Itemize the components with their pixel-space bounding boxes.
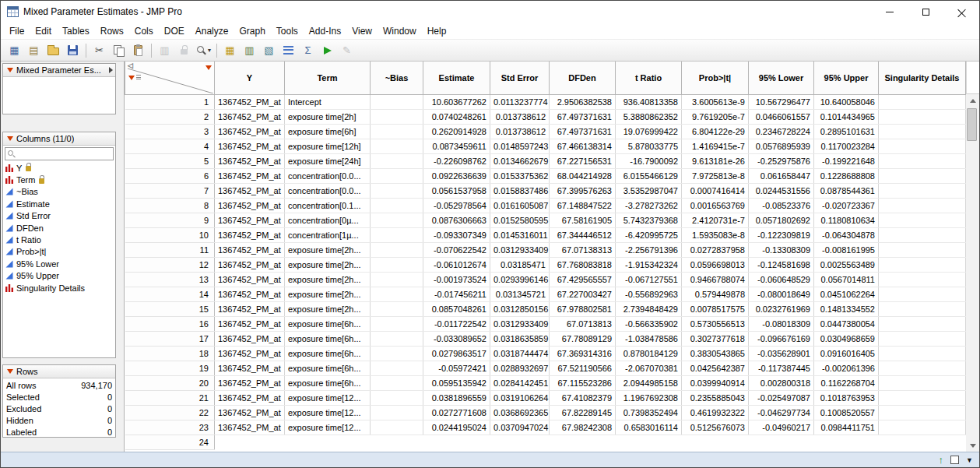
cell[interactable]: exposure time[6h... [285, 316, 371, 331]
cell[interactable]: 0.0878544361 [814, 183, 879, 198]
cell[interactable]: 67.497371631 [550, 124, 616, 139]
column-header-prob-t[interactable]: Prob>|t| [682, 62, 749, 94]
cell[interactable]: exposure time[6h... [285, 331, 371, 346]
data-table-icon[interactable]: ▦ [221, 41, 239, 59]
row-number[interactable]: 7 [125, 183, 215, 198]
cell[interactable]: -0.566335902 [616, 316, 682, 331]
cell[interactable] [879, 242, 966, 257]
paste-icon[interactable] [129, 41, 147, 59]
cell[interactable]: 1367452_PM_at [215, 287, 285, 301]
cell[interactable]: -0.096676169 [749, 331, 814, 346]
cell[interactable] [879, 153, 966, 168]
menu-view[interactable]: View [346, 23, 378, 39]
minimize-button[interactable] [872, 1, 908, 23]
row-number[interactable]: 22 [125, 405, 215, 420]
column-item-t-ratio[interactable]: t Ratio [3, 234, 115, 245]
column-item-bias[interactable]: ~Bias [3, 186, 115, 198]
cell[interactable]: 0.0145316011 [490, 227, 550, 242]
cell[interactable]: 67.58161905 [550, 213, 616, 227]
cell[interactable]: -0.064304878 [814, 227, 879, 242]
cell[interactable]: 1367452_PM_at [215, 361, 285, 375]
cell[interactable]: -0.070622542 [423, 242, 490, 257]
cell[interactable]: 67.82289145 [550, 405, 616, 420]
menu-analyze[interactable]: Analyze [190, 23, 234, 39]
cell[interactable]: 67.978802581 [550, 301, 616, 316]
cell[interactable]: -0.05972421 [423, 361, 490, 375]
scroll-to-top-icon[interactable]: ↑ [939, 455, 944, 465]
column-item-std-error[interactable]: Std Error [3, 210, 115, 222]
cell[interactable]: -6.420995725 [616, 227, 682, 242]
cell[interactable]: 0.0153375362 [490, 168, 550, 183]
cell[interactable]: 0.0740248261 [423, 109, 490, 124]
cell[interactable]: 67.768083818 [550, 257, 616, 272]
cell[interactable] [879, 227, 966, 242]
cell[interactable]: 10.567296477 [749, 94, 814, 109]
cell[interactable]: exposure time[24h] [285, 153, 371, 168]
cell[interactable]: 67.78089129 [550, 331, 616, 346]
cell[interactable]: 0.0244531556 [749, 183, 814, 198]
cell[interactable]: 1367452_PM_at [215, 227, 285, 242]
column-item-singularity-details[interactable]: Singularity Details [3, 282, 115, 294]
cell[interactable] [371, 301, 423, 316]
cell[interactable]: 5.7432379368 [616, 213, 682, 227]
cell[interactable]: exposure time[2h... [285, 301, 371, 316]
cell[interactable]: 0.0399940914 [682, 375, 749, 390]
cell[interactable]: 67.369314316 [550, 346, 616, 361]
cell[interactable] [879, 198, 966, 213]
cell[interactable]: 0.013738612 [490, 124, 550, 139]
scroll-down-button[interactable] [966, 439, 979, 452]
column-header-t-ratio[interactable]: t Ratio [616, 62, 682, 94]
cell[interactable]: 0.5125676073 [682, 420, 749, 435]
cell[interactable]: 0.0078517575 [682, 301, 749, 316]
cell[interactable]: 1367452_PM_at [215, 198, 285, 213]
cell[interactable]: -0.08018309 [749, 316, 814, 331]
cell[interactable]: -0.252975876 [749, 153, 814, 168]
cell[interactable] [879, 361, 966, 375]
cell[interactable]: 0.9466788074 [682, 272, 749, 287]
cell[interactable]: exposure time[2h] [285, 109, 371, 124]
cell[interactable]: 0.0318744474 [490, 346, 550, 361]
cell[interactable]: 1367452_PM_at [215, 301, 285, 316]
column-header-bias[interactable]: ~Bias [371, 62, 423, 94]
cell[interactable] [879, 287, 966, 301]
row-number[interactable]: 17 [125, 331, 215, 346]
scroll-up-button[interactable] [966, 94, 979, 107]
cell[interactable]: 67.98242308 [550, 420, 616, 435]
cell[interactable]: 0.0595135942 [423, 375, 490, 390]
cell[interactable]: 7.9725813e-8 [682, 168, 749, 183]
cell[interactable] [371, 124, 423, 139]
cell[interactable]: 1367452_PM_at [215, 168, 285, 183]
cell[interactable]: 0.0232761969 [749, 301, 814, 316]
cell[interactable]: 0.0368692365 [490, 405, 550, 420]
row-number[interactable]: 3 [125, 124, 215, 139]
cell[interactable] [371, 316, 423, 331]
cell[interactable]: 1367452_PM_at [215, 139, 285, 153]
new-journal-icon[interactable]: ▤ [25, 41, 43, 59]
cell[interactable] [371, 420, 423, 435]
cell[interactable] [371, 198, 423, 213]
cell[interactable]: 67.497371631 [550, 109, 616, 124]
cell[interactable]: -0.226098762 [423, 153, 490, 168]
cell[interactable]: 1367452_PM_at [215, 124, 285, 139]
cell[interactable]: 1367452_PM_at [215, 405, 285, 420]
cell[interactable]: concentration[0.0... [285, 183, 371, 198]
subset-table-icon[interactable]: ▧ [260, 41, 278, 59]
cell[interactable] [371, 242, 423, 257]
cell[interactable]: -0.093307349 [423, 227, 490, 242]
cell[interactable]: 67.115523286 [550, 375, 616, 390]
cell[interactable]: -1.038478586 [616, 331, 682, 346]
cell[interactable]: 0.0113237774 [490, 94, 550, 109]
column-header-95-lower[interactable]: 95% Lower [749, 62, 814, 94]
cell[interactable]: 0.0025563489 [814, 257, 879, 272]
cell[interactable]: 0.0318635859 [490, 331, 550, 346]
column-item-estimate[interactable]: Estimate [3, 198, 115, 209]
cell[interactable] [371, 183, 423, 198]
cell[interactable]: 5.3880862352 [616, 109, 682, 124]
cell[interactable]: -0.025497087 [749, 390, 814, 405]
cell[interactable]: 0.0567014811 [814, 272, 879, 287]
menu-doe[interactable]: DOE [159, 23, 190, 39]
cell[interactable]: 0.031345721 [490, 287, 550, 301]
close-button[interactable] [943, 1, 979, 23]
cell[interactable]: 1367452_PM_at [215, 331, 285, 346]
cell[interactable]: exposure time[12... [285, 390, 371, 405]
